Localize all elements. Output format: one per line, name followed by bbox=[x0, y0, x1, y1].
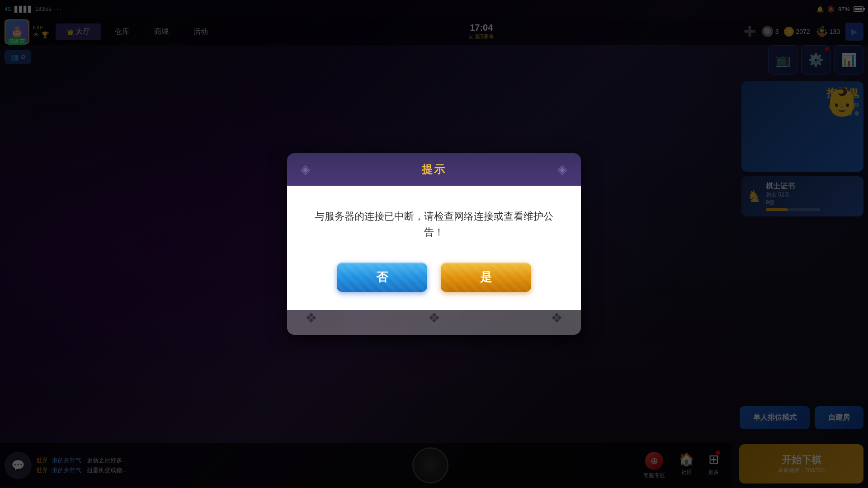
footer-deco-left: ❖ bbox=[305, 310, 317, 326]
dialog-title: 提示 bbox=[422, 162, 446, 177]
dialog-buttons: 否 是 bbox=[305, 263, 563, 292]
header-deco-right: ◈ bbox=[557, 162, 567, 177]
dialog: ◈ 提示 ◈ 与服务器的连接已中断，请检查网络连接或查看维护公告！ 否 是 ❖ … bbox=[287, 153, 581, 335]
header-deco-left: ◈ bbox=[301, 162, 311, 177]
dialog-message: 与服务器的连接已中断，请检查网络连接或查看维护公告！ bbox=[305, 208, 563, 240]
footer-deco-center: ❖ bbox=[428, 310, 440, 326]
dialog-body: 与服务器的连接已中断，请检查网络连接或查看维护公告！ 否 是 bbox=[287, 186, 581, 310]
modal-overlay: ◈ 提示 ◈ 与服务器的连接已中断，请检查网络连接或查看维护公告！ 否 是 ❖ … bbox=[0, 0, 868, 488]
footer-deco-right: ❖ bbox=[551, 310, 563, 326]
dialog-header: ◈ 提示 ◈ bbox=[287, 153, 581, 186]
dialog-no-button[interactable]: 否 bbox=[337, 263, 427, 292]
dialog-footer-deco: ❖ ❖ ❖ bbox=[287, 310, 581, 335]
dialog-yes-button[interactable]: 是 bbox=[441, 263, 531, 292]
